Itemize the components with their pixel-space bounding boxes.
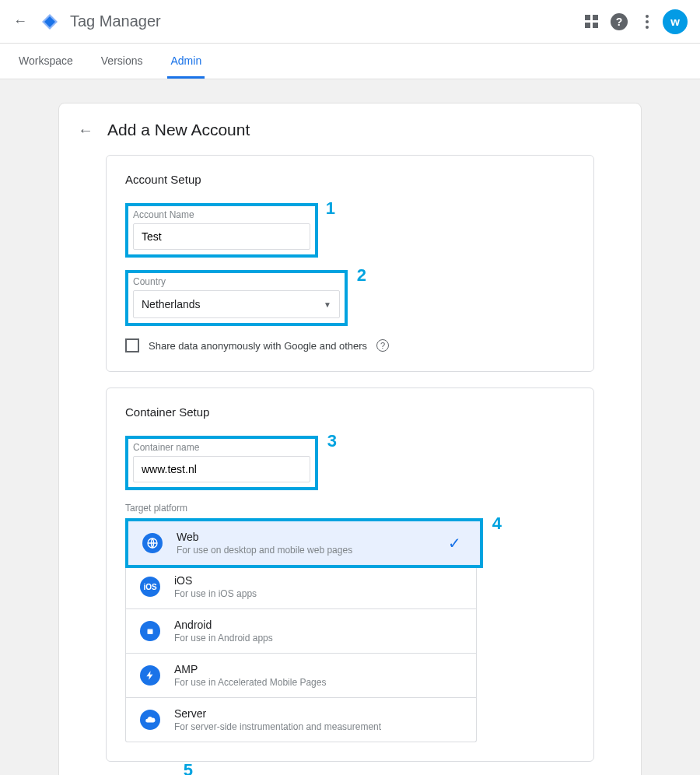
share-data-checkbox[interactable] bbox=[125, 338, 139, 352]
country-select[interactable]: Netherlands ▼ bbox=[133, 290, 340, 318]
help-icon[interactable]: ? bbox=[605, 8, 633, 36]
platform-web[interactable]: Web For use on desktop and mobile web pa… bbox=[128, 521, 480, 565]
container-name-input[interactable] bbox=[133, 456, 310, 482]
top-app-bar: ← Tag Manager ? w bbox=[0, 0, 700, 44]
container-setup-heading: Container Setup bbox=[125, 405, 575, 419]
target-platform-label: Target platform bbox=[125, 503, 575, 514]
primary-tabs: Workspace Versions Admin bbox=[0, 44, 700, 79]
container-name-label: Container name bbox=[133, 442, 310, 453]
country-label: Country bbox=[133, 276, 340, 287]
check-icon: ✓ bbox=[448, 534, 466, 552]
platform-ios[interactable]: iOS iOS For use in iOS apps bbox=[126, 565, 476, 609]
annotation-4: 4 Web For use on desktop and mobile web … bbox=[125, 518, 483, 568]
account-name-label: Account Name bbox=[133, 209, 310, 220]
page-title: Add a New Account bbox=[107, 121, 250, 139]
app-title: Tag Manager bbox=[70, 12, 161, 30]
container-setup-section: Container Setup 3 Container name Target … bbox=[106, 388, 594, 762]
annotation-1: 1 Account Name bbox=[125, 203, 318, 258]
cloud-icon bbox=[140, 710, 160, 730]
annotation-2: 2 Country Netherlands ▼ bbox=[125, 270, 348, 326]
account-setup-section: Account Setup 1 Account Name 2 Country N… bbox=[106, 155, 594, 372]
country-value: Netherlands bbox=[142, 298, 201, 310]
tab-versions[interactable]: Versions bbox=[98, 44, 146, 79]
apps-icon[interactable] bbox=[577, 8, 605, 36]
card-back-arrow-icon[interactable]: ← bbox=[78, 121, 93, 139]
platform-list: iOS iOS For use in iOS apps Android For … bbox=[125, 565, 477, 742]
tab-admin[interactable]: Admin bbox=[167, 44, 205, 79]
page-body: ← Add a New Account Account Setup 1 Acco… bbox=[0, 79, 700, 775]
share-data-label: Share data anonymously with Google and o… bbox=[149, 340, 367, 352]
platform-desc: For use on desktop and mobile web pages bbox=[177, 545, 352, 556]
ios-icon: iOS bbox=[140, 577, 160, 597]
more-menu-icon[interactable] bbox=[633, 8, 661, 36]
account-avatar[interactable]: w bbox=[661, 8, 689, 36]
platform-server[interactable]: Server For server-side instrumentation a… bbox=[126, 698, 476, 742]
share-help-icon[interactable]: ? bbox=[376, 339, 389, 352]
platform-amp[interactable]: AMP For use in Accelerated Mobile Pages bbox=[126, 654, 476, 698]
add-account-card: ← Add a New Account Account Setup 1 Acco… bbox=[58, 103, 642, 775]
platform-android[interactable]: Android For use in Android apps bbox=[126, 609, 476, 654]
account-name-input[interactable] bbox=[133, 223, 310, 250]
account-setup-heading: Account Setup bbox=[125, 173, 575, 186]
platform-name: Web bbox=[177, 531, 352, 543]
chevron-down-icon: ▼ bbox=[324, 300, 331, 309]
android-icon bbox=[140, 621, 160, 641]
tag-manager-logo-icon bbox=[40, 12, 59, 31]
bolt-icon bbox=[140, 665, 160, 686]
back-arrow-icon[interactable]: ← bbox=[11, 13, 30, 30]
annotation-3: 3 Container name bbox=[125, 436, 318, 490]
tab-workspace[interactable]: Workspace bbox=[16, 44, 76, 79]
globe-icon bbox=[142, 533, 163, 553]
